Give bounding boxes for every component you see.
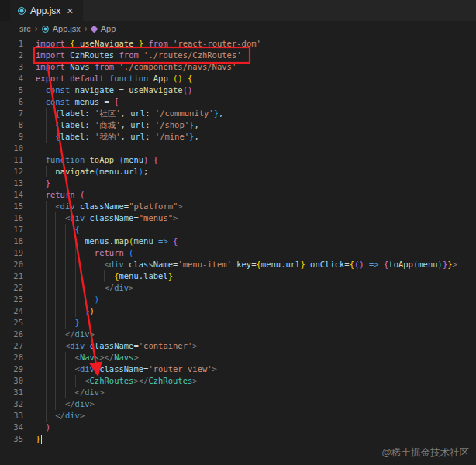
code-line[interactable]: </div> [36, 398, 476, 410]
code-line[interactable]: {label: '商城', url: '/shop'}, [36, 119, 476, 131]
line-number[interactable]: 13 [0, 177, 23, 189]
line-number[interactable]: 25 [0, 317, 23, 329]
line-number[interactable]: 31 [0, 387, 23, 398]
line-number[interactable]: 26 [0, 329, 23, 340]
code-token: > [133, 353, 138, 362]
breadcrumb-item-file[interactable]: App.jsx [53, 24, 81, 33]
code-line[interactable]: <CzhRoutes></CzhRoutes> [36, 375, 476, 387]
code-token: label [60, 120, 85, 129]
line-number[interactable]: 20 [0, 259, 23, 270]
line-number[interactable]: 21 [0, 270, 23, 282]
code-line[interactable]: import { useNavigate } from 'react-route… [36, 38, 476, 50]
line-number[interactable]: 28 [0, 352, 23, 363]
code-token: > [192, 376, 197, 385]
indent-guide [46, 387, 56, 398]
line-number[interactable]: 1 [0, 38, 23, 50]
code-token: return [46, 190, 75, 199]
code-token: url [130, 132, 145, 141]
code-token: : [85, 132, 95, 141]
line-number[interactable]: 10 [0, 143, 23, 154]
line-number[interactable]: 11 [0, 154, 23, 166]
code-line[interactable]: <div className='router-view'> [36, 363, 476, 375]
code-token: '/community' [155, 108, 214, 118]
code-line[interactable]: { [36, 224, 476, 236]
line-number[interactable]: 17 [0, 224, 23, 236]
line-number[interactable]: 5 [0, 84, 23, 96]
line-number[interactable]: 29 [0, 363, 23, 375]
code-token: import [36, 62, 70, 71]
tab-appjsx[interactable]: App.jsx × [10, 0, 83, 21]
line-number[interactable]: 27 [0, 340, 23, 352]
code-token: '商城' [95, 120, 121, 129]
line-number[interactable]: 32 [0, 398, 23, 410]
code-line[interactable]: <Navs></Navs> [36, 352, 476, 363]
code-line[interactable]: const navigate = useNavigate() [36, 84, 476, 96]
code-line[interactable]: return ( [36, 247, 476, 259]
line-number[interactable]: 6 [0, 96, 23, 108]
code-line[interactable]: {label: '社区', url: '/community'}, [36, 108, 476, 119]
code-line[interactable]: <div className='menu-item' key={menu.url… [36, 259, 476, 270]
indent-guide [36, 154, 46, 166]
code-line[interactable]: </div> [36, 387, 476, 398]
code-line[interactable] [36, 143, 476, 154]
line-number[interactable]: 35 [0, 433, 23, 445]
code-line[interactable]: {menu.label} [36, 270, 476, 282]
code-line[interactable]: }) [36, 305, 476, 317]
indent-guide [65, 352, 75, 363]
line-number[interactable]: 9 [0, 131, 23, 143]
line-number[interactable]: 19 [0, 247, 23, 259]
line-number[interactable]: 16 [0, 212, 23, 224]
code-line[interactable]: </div> [36, 282, 476, 294]
code-line[interactable]: const menus = [ [36, 96, 476, 108]
code-line[interactable]: } [36, 317, 476, 329]
line-number[interactable]: 12 [0, 166, 23, 177]
line-number[interactable]: 18 [0, 236, 23, 247]
line-number[interactable]: 24 [0, 305, 23, 317]
line-number[interactable]: 4 [0, 73, 23, 84]
indent-guide [55, 398, 65, 410]
code-line[interactable]: </div> [36, 329, 476, 340]
line-number[interactable]: 2 [0, 50, 23, 61]
line-number[interactable]: 23 [0, 294, 23, 305]
code-line[interactable]: <div className="platform"> [36, 201, 476, 212]
indent-guide [36, 201, 46, 212]
line-number[interactable]: 3 [0, 61, 23, 73]
indent-guide [65, 387, 75, 398]
indent-guide [55, 363, 65, 375]
indent-guide [75, 247, 85, 259]
code-line[interactable]: export default function App () { [36, 73, 476, 84]
line-number[interactable]: 14 [0, 189, 23, 201]
code-line[interactable]: {label: '我的', url: '/mine'}, [36, 131, 476, 143]
code-line[interactable]: navigate(menu.url); [36, 166, 476, 177]
code-line[interactable]: } [36, 433, 476, 445]
close-icon[interactable]: × [65, 5, 74, 16]
code-line[interactable]: <div className='container'> [36, 340, 476, 352]
code-token: map [114, 236, 129, 246]
react-file-icon [18, 7, 26, 15]
code-line[interactable]: function toApp (menu) { [36, 154, 476, 166]
code-line[interactable]: import CzhRoutes from './routes/CzhRoute… [36, 50, 476, 61]
line-number[interactable]: 33 [0, 410, 23, 422]
code-line[interactable]: <div className="menus"> [36, 212, 476, 224]
breadcrumb-item-symbol[interactable]: App [101, 24, 116, 33]
breadcrumb-item-src[interactable]: src [19, 24, 31, 33]
indent-guide [55, 352, 65, 363]
line-number[interactable]: 34 [0, 422, 23, 433]
indent-guide [46, 201, 56, 212]
line-number[interactable]: 22 [0, 282, 23, 294]
code-line[interactable]: return ( [36, 189, 476, 201]
code-line[interactable]: menus.map(menu => { [36, 236, 476, 247]
line-number[interactable]: 8 [0, 119, 23, 131]
code-line[interactable]: import Navs from './components/navs/Navs… [36, 61, 476, 73]
indent-guide [36, 131, 46, 143]
code-line[interactable]: ) [36, 294, 476, 305]
line-number[interactable]: 30 [0, 375, 23, 387]
code-line[interactable]: ) [36, 422, 476, 433]
code-line[interactable]: } [36, 177, 476, 189]
code-token: './components/navs/Navs' [119, 62, 237, 71]
line-number[interactable]: 15 [0, 201, 23, 212]
code-token: className [90, 213, 134, 222]
code-line[interactable]: </div> [36, 410, 476, 422]
tab-bar: App.jsx × [0, 0, 476, 21]
line-number[interactable]: 7 [0, 108, 23, 119]
